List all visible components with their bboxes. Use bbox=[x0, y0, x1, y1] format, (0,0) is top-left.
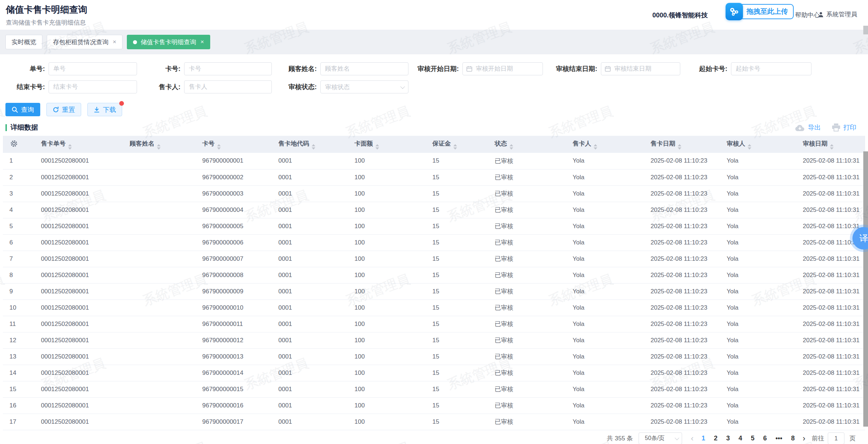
table-row[interactable]: 1000012502080001967900000010000110015已审核… bbox=[3, 300, 865, 316]
sort-icon[interactable] bbox=[217, 144, 221, 150]
table-cell: 967900000011 bbox=[199, 316, 275, 332]
reset-button[interactable]: 重置 bbox=[46, 103, 81, 116]
tab-card-sale-detail-query[interactable]: 储值卡售卡明细查询 × bbox=[127, 35, 210, 49]
table-cell bbox=[126, 348, 199, 365]
table-cell: 100 bbox=[351, 332, 429, 348]
table-row[interactable]: 500012502080001967900000005000110015已审核Y… bbox=[3, 218, 865, 234]
company-name: 0000.领锋智能科技 bbox=[652, 11, 708, 20]
tab-realtime-overview[interactable]: 实时概览 bbox=[5, 35, 42, 49]
column-header[interactable]: 审核日期 bbox=[799, 136, 865, 153]
table-cell: 2025-02-08 11:10:31 bbox=[799, 169, 865, 185]
audit-status-select[interactable]: 审核状态 bbox=[320, 80, 408, 93]
table-row[interactable]: 400012502080001967900000004000110015已审核Y… bbox=[3, 202, 865, 218]
chevron-down-icon bbox=[400, 84, 405, 89]
column-header[interactable]: 审核人 bbox=[723, 136, 799, 153]
column-header[interactable]: 卡号 bbox=[199, 136, 275, 153]
column-header[interactable]: 顾客姓名 bbox=[126, 136, 199, 153]
sort-icon[interactable] bbox=[830, 144, 834, 150]
drag-upload-overlay[interactable]: 拖拽至此上传 bbox=[726, 3, 794, 20]
table-cell: Yola bbox=[569, 234, 647, 251]
sort-icon[interactable] bbox=[748, 144, 751, 150]
table-cell: Yola bbox=[723, 218, 799, 234]
table-row[interactable]: 1400012502080001967900000014000110015已审核… bbox=[3, 365, 865, 381]
column-settings[interactable] bbox=[3, 136, 37, 153]
search-button[interactable]: 查询 bbox=[5, 103, 40, 116]
tab-locker-rental-query[interactable]: 存包柜租赁情况查询 × bbox=[47, 35, 122, 49]
table-cell bbox=[126, 365, 199, 381]
column-header[interactable]: 状态 bbox=[491, 136, 569, 153]
table-row[interactable]: 1500012502080001967900000015000110015已审核… bbox=[3, 381, 865, 397]
page-number[interactable]: 3 bbox=[726, 435, 730, 442]
sort-icon[interactable] bbox=[510, 144, 513, 150]
user-menu[interactable]: 系統管理員 bbox=[818, 10, 857, 18]
sort-icon[interactable] bbox=[375, 144, 379, 150]
page-ellipsis[interactable]: ••• bbox=[776, 435, 782, 442]
table-row[interactable]: 200012502080001967900000002000110015已审核Y… bbox=[3, 169, 865, 185]
table-cell bbox=[126, 316, 199, 332]
column-header[interactable]: 卡面额 bbox=[351, 136, 429, 153]
table-row[interactable]: 300012502080001967900000003000110015已审核Y… bbox=[3, 185, 865, 202]
page-number[interactable]: 1 bbox=[702, 435, 705, 442]
sort-icon[interactable] bbox=[312, 144, 315, 150]
sort-icon[interactable] bbox=[594, 144, 597, 150]
row-index: 13 bbox=[3, 348, 37, 365]
column-header[interactable]: 保证金 bbox=[429, 136, 491, 153]
export-button[interactable]: 导出 bbox=[795, 123, 821, 132]
download-button[interactable]: 下载 bbox=[87, 103, 122, 116]
tab-bar: 实时概览 存包柜租赁情况查询 × 储值卡售卡明细查询 × bbox=[0, 30, 868, 54]
filter-form: 单号: 卡号: 顾客姓名: 审核开始日期: bbox=[3, 54, 865, 93]
audit-end-date-input[interactable] bbox=[601, 62, 680, 75]
page-number[interactable]: 2 bbox=[714, 435, 718, 442]
sort-icon[interactable] bbox=[68, 144, 72, 150]
table-row[interactable]: 900012502080001967900000009000110015已审核Y… bbox=[3, 283, 865, 300]
row-index: 15 bbox=[3, 381, 37, 397]
field-label: 顾客姓名: bbox=[272, 64, 320, 73]
table-cell: 967900000016 bbox=[199, 397, 275, 414]
table-row[interactable]: 1700012502080001967900000017000110015已审核… bbox=[3, 414, 865, 430]
page-number[interactable]: 5 bbox=[751, 435, 755, 442]
close-icon[interactable]: × bbox=[200, 38, 204, 46]
page-number[interactable]: 6 bbox=[763, 435, 767, 442]
next-page-button[interactable]: › bbox=[803, 434, 805, 443]
table-row[interactable]: 1300012502080001967900000013000110015已审核… bbox=[3, 348, 865, 365]
table-row[interactable]: 700012502080001967900000007000110015已审核Y… bbox=[3, 251, 865, 267]
reset-button-label: 重置 bbox=[62, 105, 75, 114]
pagination: 共 355 条 50条/页 ‹ 123456•••8 › 前往 页 bbox=[3, 432, 865, 444]
order-no-input[interactable] bbox=[49, 62, 137, 75]
column-header[interactable]: 售卡单号 bbox=[37, 136, 126, 153]
table-cell: 已审核 bbox=[491, 218, 569, 234]
sort-icon[interactable] bbox=[157, 144, 161, 150]
table-row[interactable]: 600012502080001967900000006000110015已审核Y… bbox=[3, 234, 865, 251]
row-index: 3 bbox=[3, 185, 37, 202]
goto-page-input[interactable] bbox=[828, 432, 844, 444]
page-number[interactable]: 4 bbox=[739, 435, 742, 442]
customer-name-input[interactable] bbox=[320, 62, 408, 75]
page-scrollbar-thumb[interactable] bbox=[863, 26, 868, 34]
audit-start-date-input[interactable] bbox=[462, 62, 543, 75]
help-center-link[interactable]: 帮助中心 bbox=[795, 11, 820, 19]
card-no-input[interactable] bbox=[184, 62, 272, 75]
page-size-select[interactable]: 50条/页 bbox=[639, 432, 682, 444]
table-scrollbar-thumb[interactable] bbox=[863, 151, 868, 427]
table-cell: Yola bbox=[723, 251, 799, 267]
table-row[interactable]: 1100012502080001967900000011000110015已审核… bbox=[3, 316, 865, 332]
sort-icon[interactable] bbox=[453, 144, 457, 150]
table-cell: 已审核 bbox=[491, 283, 569, 300]
close-icon[interactable]: × bbox=[113, 38, 116, 46]
table-row[interactable]: 1200012502080001967900000012000110015已审核… bbox=[3, 332, 865, 348]
table-row[interactable]: 800012502080001967900000008000110015已审核Y… bbox=[3, 267, 865, 283]
table-cell: 00012502080001 bbox=[37, 414, 126, 430]
table-row[interactable]: 100012502080001967900000001000110015已审核Y… bbox=[3, 153, 865, 169]
column-header[interactable]: 售卡地代码 bbox=[275, 136, 351, 153]
seller-input[interactable] bbox=[184, 80, 272, 93]
prev-page-button[interactable]: ‹ bbox=[691, 434, 693, 443]
column-header[interactable]: 售卡人 bbox=[569, 136, 647, 153]
table-row[interactable]: 1600012502080001967900000016000110015已审核… bbox=[3, 397, 865, 414]
tab-label: 存包柜租赁情况查询 bbox=[53, 38, 108, 46]
sort-icon[interactable] bbox=[678, 144, 681, 150]
column-header[interactable]: 售卡日期 bbox=[647, 136, 723, 153]
print-button[interactable]: 打印 bbox=[832, 123, 856, 132]
end-card-no-input[interactable] bbox=[49, 80, 137, 93]
page-number[interactable]: 8 bbox=[791, 435, 795, 442]
start-card-no-input[interactable] bbox=[731, 62, 811, 75]
